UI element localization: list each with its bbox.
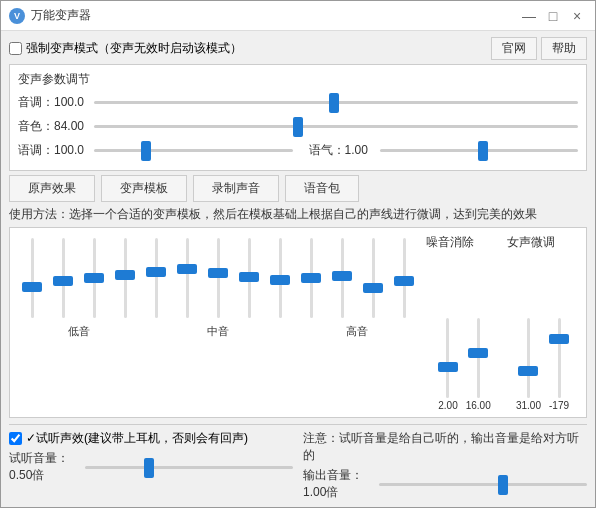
eq-band-3 [80, 234, 108, 322]
tab-row: 原声效果 变声模板 录制声音 语音包 [9, 175, 587, 202]
pitch-row: 音调：100.0 [18, 92, 578, 112]
eq-thumb-1[interactable] [22, 282, 42, 292]
eq-band-10 [297, 234, 325, 322]
force-mode-checkbox-label[interactable]: 强制变声模式（变声无效时启动该模式） [9, 40, 242, 57]
timbre-slider[interactable] [94, 116, 578, 136]
female-label-1: 31.00 [516, 400, 541, 411]
eq-group-labels: 低音 中音 高音 [18, 324, 418, 339]
tone-slider[interactable] [94, 140, 293, 160]
bottom-right: 注意：试听音量是给自己听的，输出音量是给对方听的 输出音量：1.00倍 [303, 430, 587, 501]
window-title: 万能变声器 [31, 7, 519, 24]
bottom-row: ✓试听声效(建议带上耳机，否则会有回声) 试听音量：0.50倍 注意：试听音量是… [9, 430, 587, 501]
output-volume-row: 输出音量：1.00倍 [303, 467, 587, 501]
eq-thumb-10[interactable] [301, 273, 321, 283]
voice-params-section: 变声参数调节 音调：100.0 音色：84.00 语调：100.0 语气：1.0… [9, 64, 587, 171]
noise-label-2: 16.00 [466, 400, 491, 411]
female-band-2: -179 [549, 318, 569, 411]
eq-thumb-12[interactable] [363, 283, 383, 293]
noise-title: 噪音消除 [426, 234, 503, 251]
main-content: 强制变声模式（变声无效时启动该模式） 官网 帮助 变声参数调节 音调：100.0… [1, 31, 595, 507]
top-bar: 强制变声模式（变声无效时启动该模式） 官网 帮助 [9, 37, 587, 60]
noise-band-1: 2.00 [438, 318, 457, 411]
eq-band-5 [142, 234, 170, 322]
pitch-label: 音调：100.0 [18, 94, 88, 111]
eq-section: 低音 中音 高音 噪音消除 2.00 [9, 227, 587, 418]
tab-record[interactable]: 录制声音 [193, 175, 279, 202]
tone-mood-row: 语调：100.0 语气：1.00 [18, 140, 578, 160]
main-window: V 万能变声器 — □ × 强制变声模式（变声无效时启动该模式） 官网 帮助 变… [0, 0, 596, 508]
noise-thumb-1[interactable] [438, 362, 458, 372]
force-mode-checkbox[interactable] [9, 42, 22, 55]
voice-params-title: 变声参数调节 [18, 71, 578, 88]
bottom-divider [9, 424, 587, 425]
output-volume-slider[interactable] [379, 474, 587, 494]
listen-volume-row: 试听音量：0.50倍 [9, 450, 293, 484]
titlebar: V 万能变声器 — □ × [1, 1, 595, 31]
listen-volume-slider[interactable] [85, 457, 293, 477]
female-section: 女声微调 31.00 [503, 234, 578, 411]
mood-label: 语气：1.00 [309, 142, 374, 159]
tab-template[interactable]: 变声模板 [101, 175, 187, 202]
mood-slider[interactable] [380, 140, 579, 160]
eq-band-6 [173, 234, 201, 322]
eq-thumb-9[interactable] [270, 275, 290, 285]
close-button[interactable]: × [567, 6, 587, 26]
eq-bands-container [18, 234, 418, 324]
label-bass: 低音 [18, 324, 139, 339]
help-button[interactable]: 帮助 [541, 37, 587, 60]
usage-text: 使用方法：选择一个合适的变声模板，然后在模板基础上根据自己的声线进行微调，达到完… [9, 206, 587, 223]
eq-thumb-3[interactable] [84, 273, 104, 283]
eq-band-4 [111, 234, 139, 322]
listen-checkbox-label[interactable]: ✓试听声效(建议带上耳机，否则会有回声) [9, 430, 293, 447]
female-thumb-2[interactable] [549, 334, 569, 344]
official-website-button[interactable]: 官网 [491, 37, 537, 60]
eq-band-2 [49, 234, 77, 322]
eq-band-9 [266, 234, 294, 322]
maximize-button[interactable]: □ [543, 6, 563, 26]
note-text: 注意：试听音量是给自己听的，输出音量是给对方听的 [303, 430, 587, 464]
listen-checkbox[interactable] [9, 432, 22, 445]
tone-label: 语调：100.0 [18, 142, 88, 159]
eq-thumb-2[interactable] [53, 276, 73, 286]
noise-section: 噪音消除 2.00 [418, 234, 503, 411]
tab-original[interactable]: 原声效果 [9, 175, 95, 202]
listen-volume-label: 试听音量：0.50倍 [9, 450, 81, 484]
noise-thumb-2[interactable] [468, 348, 488, 358]
eq-thumb-4[interactable] [115, 270, 135, 280]
eq-band-8 [235, 234, 263, 322]
timbre-row: 音色：84.00 [18, 116, 578, 136]
window-controls: — □ × [519, 6, 587, 26]
tab-voice-pack[interactable]: 语音包 [285, 175, 359, 202]
output-volume-label: 输出音量：1.00倍 [303, 467, 375, 501]
bottom-left: ✓试听声效(建议带上耳机，否则会有回声) 试听音量：0.50倍 [9, 430, 293, 484]
eq-thumb-7[interactable] [208, 268, 228, 278]
eq-band-12 [359, 234, 387, 322]
eq-thumb-11[interactable] [332, 271, 352, 281]
eq-thumb-13[interactable] [394, 276, 414, 286]
label-mid: 中音 [142, 324, 294, 339]
noise-label-1: 2.00 [438, 400, 457, 411]
pitch-slider[interactable] [94, 92, 578, 112]
eq-band-11 [328, 234, 356, 322]
app-icon: V [9, 8, 25, 24]
eq-band-13 [390, 234, 418, 322]
eq-thumb-6[interactable] [177, 264, 197, 274]
noise-band-2: 16.00 [466, 318, 491, 411]
label-treble: 高音 [297, 324, 418, 339]
female-label-2: -179 [549, 400, 569, 411]
timbre-label: 音色：84.00 [18, 118, 88, 135]
eq-thumb-5[interactable] [146, 267, 166, 277]
eq-band-1 [18, 234, 46, 322]
bottom-section: ✓试听声效(建议带上耳机，否则会有回声) 试听音量：0.50倍 注意：试听音量是… [9, 422, 587, 501]
eq-band-7 [204, 234, 232, 322]
female-band-1: 31.00 [516, 318, 541, 411]
eq-thumb-8[interactable] [239, 272, 259, 282]
minimize-button[interactable]: — [519, 6, 539, 26]
female-thumb-1[interactable] [518, 366, 538, 376]
female-title: 女声微调 [507, 234, 578, 251]
